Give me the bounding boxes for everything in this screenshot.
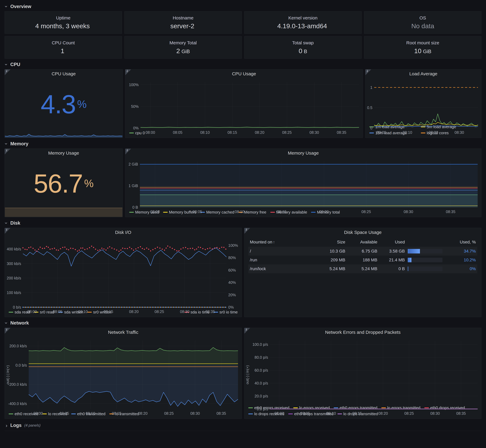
svg-text:20.0 p/s: 20.0 p/s (255, 394, 268, 398)
svg-text:1 GiB: 1 GiB (128, 184, 138, 188)
usage-bar (408, 258, 442, 262)
svg-text:100 kb/s: 100 kb/s (7, 290, 21, 295)
svg-text:08:20: 08:20 (138, 411, 148, 416)
svg-text:08:15: 08:15 (104, 310, 113, 314)
stat-panel-memory-total[interactable]: Memory Total 2GiB (124, 36, 242, 59)
usage-percent: 34.7% (461, 249, 476, 254)
svg-text:20%: 20% (228, 293, 236, 297)
row-header-network[interactable]: › Network (5, 318, 481, 328)
panel-cpu-usage-graph: i CPU Usage 0%50%100%08:0008:0508:1008:1… (125, 69, 363, 138)
row-header-overview[interactable]: › Overview (5, 2, 481, 11)
network-traffic-chart[interactable]: 200.0 kb/s0.0 b/s-200.0 kb/s-400.0 kb/s0… (5, 337, 242, 411)
stat-value: 2GiB (176, 47, 190, 55)
svg-text:08:20: 08:20 (319, 209, 329, 214)
svg-text:08:15: 08:15 (112, 411, 121, 416)
stat-panel-uptime[interactable]: Uptime 4 months, 3 weeks (5, 11, 122, 34)
svg-text:0.0 p/s: 0.0 p/s (257, 407, 268, 411)
svg-text:08:00: 08:00 (274, 411, 284, 416)
svg-text:0: 0 (370, 126, 372, 130)
table-row[interactable]: / 10.3 GB 6.75 GB 3.58 GB 34.7% (248, 247, 477, 256)
col-header-used-pct[interactable]: Used, % (406, 237, 477, 247)
svg-text:out(-) | in(+): out(-) | in(+) (245, 365, 249, 384)
col-header-used[interactable]: Used (379, 237, 406, 247)
cell-used: 21.4 MB (379, 256, 406, 264)
svg-text:08:35: 08:35 (216, 411, 226, 416)
panel-title[interactable]: Disk Space Usage (244, 228, 481, 237)
svg-text:-400.0 kb/s: -400.0 kb/s (8, 401, 27, 406)
col-header-available[interactable]: Available (347, 237, 379, 247)
svg-text:08:20: 08:20 (429, 130, 438, 135)
svg-text:08:35: 08:35 (206, 310, 215, 314)
panel-title[interactable]: CPU Usage (5, 69, 123, 78)
stat-panel-kernel-version[interactable]: Kernel version 4.19.0-13-amd64 (244, 11, 362, 34)
memory-usage-chart[interactable]: 0 B1 GiB2 GiB08:0008:0508:1008:1508:2008… (125, 158, 481, 209)
svg-text:2 GiB: 2 GiB (128, 162, 138, 166)
network-errors-chart[interactable]: 0.0 p/s20.0 p/s40.0 p/s60.0 p/s80.0 p/s1… (244, 337, 481, 405)
cell-used: 0 B (379, 264, 406, 273)
sort-asc-icon: ↑ (273, 240, 275, 244)
svg-text:08:20: 08:20 (255, 130, 264, 135)
panel-title[interactable]: Memory Usage (5, 149, 123, 158)
cpu-row: i CPU Usage 4.3 % i CPU Usage 0%50%100%0… (5, 69, 481, 138)
panel-title[interactable]: Memory Usage (125, 149, 481, 158)
svg-text:08:05: 08:05 (192, 209, 202, 214)
stat-panel-root-mount-size[interactable]: Root mount size 10GiB (364, 36, 481, 59)
svg-text:08:10: 08:10 (86, 411, 95, 416)
table-header-row: Mounted on↑ Size Available Used Used, % (248, 237, 477, 247)
stat-panel-cpu-count[interactable]: CPU Count 1 (5, 36, 122, 59)
svg-text:0%: 0% (133, 126, 139, 130)
panel-title[interactable]: Network Traffic (5, 328, 242, 337)
cpu-usage-chart[interactable]: 0%50%100%08:0008:0508:1008:1508:2008:250… (125, 78, 363, 130)
row-header-memory[interactable]: › Memory (5, 139, 481, 149)
stat-value: 4 months, 3 weeks (35, 22, 91, 30)
logs-panel-count: (4 panels) (24, 423, 40, 427)
svg-text:08:20: 08:20 (129, 310, 139, 314)
stat-value: 4.19.0-13-amd64 (277, 22, 329, 30)
panel-title[interactable]: CPU Usage (125, 69, 363, 78)
panel-title[interactable]: Load Average (366, 69, 481, 78)
stat-title: Kernel version (288, 15, 318, 21)
panel-load-average: i Load Average 00.5108:0008:1008:2008:30… (365, 69, 481, 138)
svg-text:08:00: 08:00 (27, 310, 37, 314)
section-title-memory: Memory (10, 141, 28, 147)
svg-text:08:30: 08:30 (310, 130, 319, 135)
svg-text:200.0 kb/s: 200.0 kb/s (9, 344, 27, 348)
svg-text:08:00: 08:00 (33, 411, 43, 416)
disk-row: i Disk I/O 0 b/s100 kb/s200 kb/s300 kb/s… (5, 228, 481, 317)
stat-panel-hostname[interactable]: Hostname server-2 (124, 11, 242, 34)
row-header-logs[interactable]: › Logs (4 panels) (5, 420, 481, 431)
svg-text:08:10: 08:10 (200, 130, 210, 135)
svg-text:08:35: 08:35 (337, 130, 346, 135)
svg-text:08:35: 08:35 (456, 411, 466, 416)
svg-text:08:05: 08:05 (60, 411, 69, 416)
stat-title: Uptime (56, 15, 71, 21)
panel-title[interactable]: Disk I/O (5, 228, 242, 237)
svg-text:08:25: 08:25 (404, 411, 414, 416)
cell-size: 5.24 MB (317, 264, 347, 273)
panel-network-traffic: i Network Traffic 200.0 kb/s0.0 b/s-200.… (5, 328, 242, 419)
svg-text:100%: 100% (228, 243, 238, 248)
load-average-chart[interactable]: 00.5108:0008:1008:2008:30 (366, 78, 481, 124)
disk-io-chart[interactable]: 0 b/s100 kb/s200 kb/s300 kb/s400 kb/s0%2… (5, 237, 242, 309)
stat-title: Hostname (173, 15, 193, 21)
panel-disk-space-usage: i Disk Space Usage Mounted on↑ Size Avai… (244, 228, 481, 317)
table-row[interactable]: /run 209 MB 188 MB 21.4 MB 10.2% (248, 256, 477, 264)
row-header-cpu[interactable]: › CPU (5, 60, 481, 69)
stat-value: 1 (61, 47, 66, 55)
svg-text:08:30: 08:30 (190, 411, 200, 416)
svg-text:08:10: 08:10 (235, 209, 244, 214)
panel-title[interactable]: Network Errors and Dropped Packets (244, 328, 481, 337)
stat-panel-os[interactable]: OS No data (364, 11, 481, 34)
table-row[interactable]: /run/lock 5.24 MB 5.24 MB 0 B 0% (248, 264, 477, 273)
col-header-size[interactable]: Size (317, 237, 347, 247)
stat-title: Total swap (292, 40, 314, 45)
memory-row: i Memory Usage 56.7 % i Memory Usage 0 B… (5, 149, 481, 217)
cell-available: 5.24 MB (347, 264, 379, 273)
col-header-mounted-on[interactable]: Mounted on↑ (248, 237, 317, 247)
row-header-disk[interactable]: › Disk (5, 218, 481, 228)
svg-text:08:00: 08:00 (377, 130, 386, 135)
panel-disk-io: i Disk I/O 0 b/s100 kb/s200 kb/s300 kb/s… (5, 228, 242, 317)
section-title-logs: Logs (10, 423, 22, 428)
section-title-disk: Disk (10, 220, 20, 226)
stat-panel-total-swap[interactable]: Total swap 0B (244, 36, 362, 59)
